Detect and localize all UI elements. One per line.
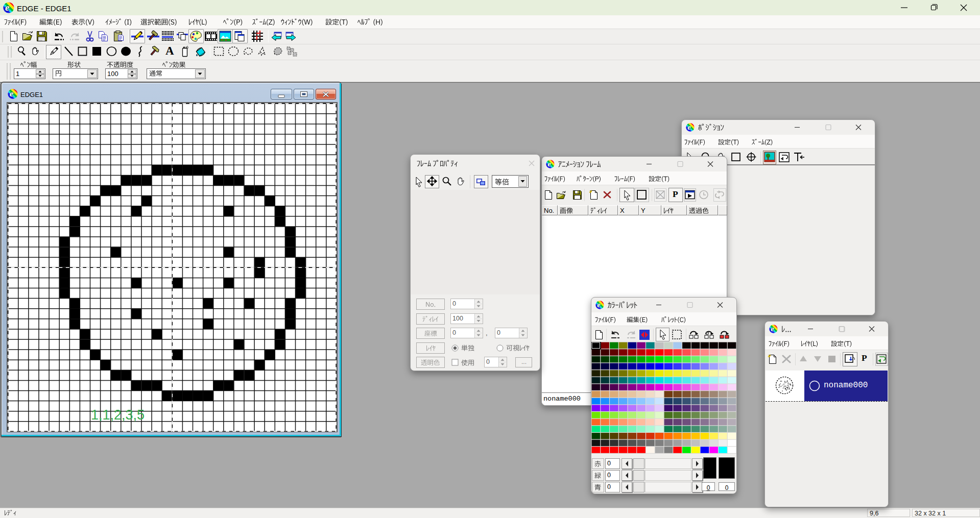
- svg-text:1,1,2,3,5: 1,1,2,3,5: [91, 407, 145, 423]
- svg-text:e: e: [10, 89, 14, 98]
- svg-text:e: e: [5, 2, 10, 13]
